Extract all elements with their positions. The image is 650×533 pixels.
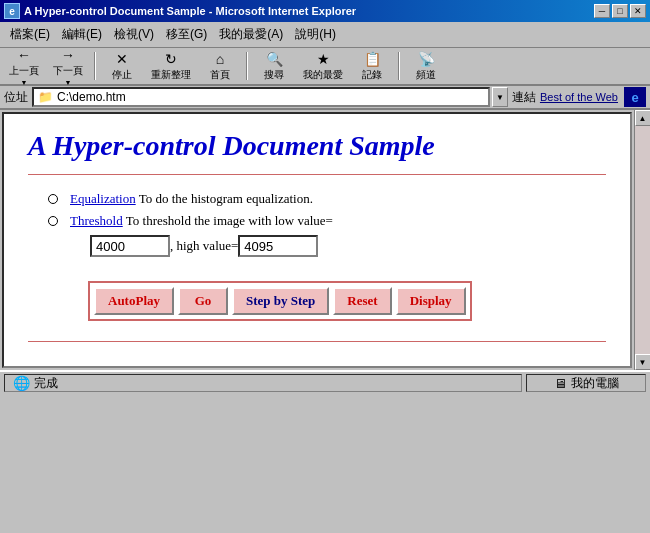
close-button[interactable]: ✕: [630, 4, 646, 18]
ie-status-icon: 🌐: [13, 375, 30, 391]
high-value-input[interactable]: [238, 235, 318, 257]
favorites-icon: ★: [317, 51, 330, 67]
bottom-divider: [28, 341, 606, 342]
status-panel-status: 🌐 完成: [4, 374, 522, 392]
back-icon: ←: [17, 47, 31, 63]
address-value: C:\demo.htm: [57, 90, 126, 104]
item1-text: Equalization To do the histogram equaliz…: [70, 191, 313, 207]
home-icon: ⌂: [216, 51, 224, 67]
buttons-row: AutoPlay Go Step by Step Reset Display: [88, 281, 472, 321]
status-panel-computer: 🖥 我的電腦: [526, 374, 646, 392]
refresh-label: 重新整理: [151, 68, 191, 82]
display-button[interactable]: Display: [396, 287, 466, 315]
item2-description: To threshold the image with low value=: [123, 213, 333, 228]
search-label: 搜尋: [264, 68, 284, 82]
address-bar: 位址 📁 C:\demo.htm ▼ 連結 Best of the Web e: [0, 86, 650, 110]
low-value-input[interactable]: [90, 235, 170, 257]
channels-icon: 📡: [418, 51, 435, 67]
title-bar-buttons: ─ □ ✕: [594, 4, 646, 18]
forward-icon: →: [61, 47, 75, 63]
stop-icon: ✕: [116, 51, 128, 67]
page-title: A Hyper-control Document Sample: [28, 130, 606, 162]
channels-label: 頻道: [416, 68, 436, 82]
menu-edit[interactable]: 編輯(E): [56, 24, 108, 45]
high-label: , high value=: [170, 238, 238, 254]
computer-label: 我的電腦: [571, 375, 619, 392]
bullet-icon: [48, 216, 58, 226]
menu-help[interactable]: 說明(H): [289, 24, 342, 45]
scroll-down-button[interactable]: ▼: [635, 354, 651, 370]
go-button[interactable]: Go: [178, 287, 228, 315]
menu-go[interactable]: 移至(G): [160, 24, 213, 45]
search-button[interactable]: 🔍 搜尋: [254, 50, 294, 82]
maximize-button[interactable]: □: [612, 4, 628, 18]
toolbar-separator-3: [398, 52, 400, 80]
menu-view[interactable]: 檢視(V): [108, 24, 160, 45]
address-label: 位址: [4, 89, 28, 106]
forward-button[interactable]: → 下一頁 ▼: [48, 50, 88, 82]
input-row: , high value=: [90, 235, 606, 257]
address-input-wrap: 📁 C:\demo.htm ▼: [32, 87, 508, 107]
autoplay-button[interactable]: AutoPlay: [94, 287, 174, 315]
channels-button[interactable]: 📡 頻道: [406, 50, 446, 82]
folder-icon: 📁: [38, 90, 53, 104]
equalization-link[interactable]: Equalization: [70, 191, 136, 206]
bullet-icon: [48, 194, 58, 204]
menu-favorites[interactable]: 我的最愛(A): [213, 24, 289, 45]
reset-button[interactable]: Reset: [333, 287, 391, 315]
stop-button[interactable]: ✕ 停止: [102, 50, 142, 82]
content-area: A Hyper-control Document Sample Equaliza…: [2, 112, 632, 368]
item2-text: Threshold To threshold the image with lo…: [70, 213, 333, 229]
list-item: Equalization To do the histogram equaliz…: [48, 191, 606, 207]
links-label: 連結: [512, 89, 536, 106]
status-bar: 🌐 完成 🖥 我的電腦: [0, 370, 650, 394]
home-button[interactable]: ⌂ 首頁: [200, 50, 240, 82]
ie-logo: e: [624, 87, 646, 107]
item1-description: To do the histogram equalization.: [136, 191, 313, 206]
forward-label: 下一頁: [53, 64, 83, 78]
search-icon: 🔍: [266, 51, 283, 67]
scroll-track[interactable]: [635, 126, 651, 354]
address-input[interactable]: 📁 C:\demo.htm: [32, 87, 490, 107]
list-item: Threshold To threshold the image with lo…: [48, 213, 606, 229]
favorites-label: 我的最愛: [303, 68, 343, 82]
toolbar-separator-2: [246, 52, 248, 80]
back-button[interactable]: ← 上一頁 ▼: [4, 50, 44, 82]
threshold-link[interactable]: Threshold: [70, 213, 123, 228]
scroll-up-button[interactable]: ▲: [635, 110, 651, 126]
toolbar-separator-1: [94, 52, 96, 80]
menu-file[interactable]: 檔案(E): [4, 24, 56, 45]
computer-icon: 🖥: [554, 376, 567, 391]
favorites-button[interactable]: ★ 我的最愛: [298, 50, 348, 82]
back-label: 上一頁: [9, 64, 39, 78]
history-icon: 📋: [364, 51, 381, 67]
links-area: 連結 Best of the Web: [512, 89, 618, 106]
step-by-step-button[interactable]: Step by Step: [232, 287, 329, 315]
address-dropdown-button[interactable]: ▼: [492, 87, 508, 107]
back-arrow-icon: ▼: [21, 79, 28, 86]
vertical-scrollbar[interactable]: ▲ ▼: [634, 110, 650, 370]
status-text: 完成: [34, 375, 58, 392]
stop-label: 停止: [112, 68, 132, 82]
history-label: 記錄: [362, 68, 382, 82]
toolbar: ← 上一頁 ▼ → 下一頁 ▼ ✕ 停止 ↻ 重新整理 ⌂ 首頁 🔍 搜尋 ★ …: [0, 48, 650, 86]
top-divider: [28, 174, 606, 175]
browser-content: A Hyper-control Document Sample Equaliza…: [0, 110, 650, 370]
forward-arrow-icon: ▼: [65, 79, 72, 86]
title-bar-left: e A Hyper-control Document Sample - Micr…: [4, 3, 356, 19]
ie-title-icon: e: [4, 3, 20, 19]
minimize-button[interactable]: ─: [594, 4, 610, 18]
refresh-button[interactable]: ↻ 重新整理: [146, 50, 196, 82]
refresh-icon: ↻: [165, 51, 177, 67]
list-area: Equalization To do the histogram equaliz…: [28, 191, 606, 257]
window-title: A Hyper-control Document Sample - Micros…: [24, 5, 356, 17]
home-label: 首頁: [210, 68, 230, 82]
menu-bar: 檔案(E) 編輯(E) 檢視(V) 移至(G) 我的最愛(A) 說明(H): [0, 22, 650, 48]
history-button[interactable]: 📋 記錄: [352, 50, 392, 82]
best-of-web-link[interactable]: Best of the Web: [540, 91, 618, 103]
title-bar: e A Hyper-control Document Sample - Micr…: [0, 0, 650, 22]
